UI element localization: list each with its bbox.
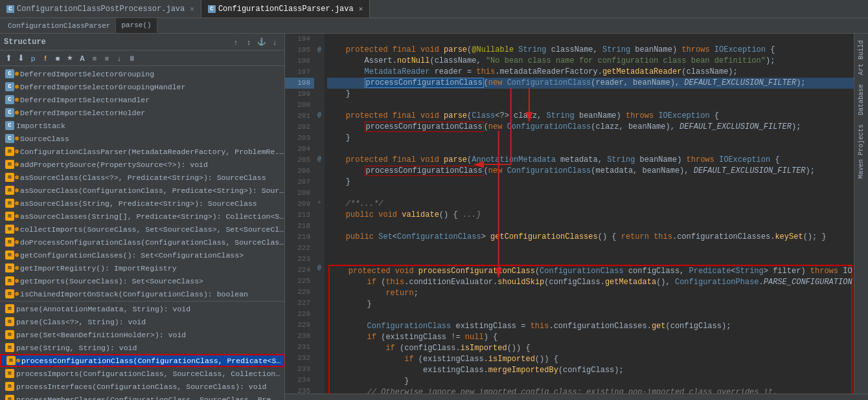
line-num: 199 — [285, 89, 314, 100]
toolbar-sort-btn[interactable]: ↑ — [230, 36, 242, 48]
line-num: 198 — [285, 78, 314, 89]
tab-post-processor[interactable]: C ConfigurationClassPostProcessor.java ✕ — [0, 0, 201, 17]
tb-up[interactable]: ⬆ — [3, 52, 14, 64]
tab-close-parser[interactable]: ✕ — [359, 5, 363, 13]
tb-lines2[interactable]: ≡ — [101, 52, 113, 64]
code-line-226: return; — [330, 288, 851, 299]
right-tab-database[interactable]: Database — [856, 80, 866, 119]
line-num: 207 — [285, 177, 314, 188]
gutter-cell — [314, 284, 325, 295]
tb-lines1[interactable]: ≡ — [89, 52, 100, 64]
right-tab-maven[interactable]: Maven Projects — [856, 120, 866, 183]
icon-method: m — [5, 330, 14, 339]
line-num: 203 — [285, 133, 314, 144]
lock-icon — [15, 85, 19, 89]
icon-class: C — [5, 69, 14, 78]
tb-f[interactable]: f — [40, 52, 51, 64]
toolbar-sort2-btn[interactable]: ↕ — [243, 36, 255, 48]
code-line-199: } — [327, 89, 854, 100]
code-line-234: } — [330, 376, 851, 387]
list-item[interactable]: m addPropertySource(PropertySource<?>): … — [0, 158, 284, 171]
tb-down2[interactable]: ↓ — [113, 52, 125, 64]
icon-class: C — [5, 95, 14, 104]
list-item[interactable]: m asSourceClass(String, Predicate<String… — [0, 197, 284, 210]
lock-icon — [15, 214, 19, 218]
line-num: 195 — [285, 45, 314, 56]
list-item[interactable]: m isChainedImportOnStack(ConfigurationCl… — [0, 287, 284, 300]
list-item[interactable]: m processImports(ConfigurationClass, Sou… — [0, 367, 284, 380]
code-line-231: if (configClass.isImported()) { — [330, 343, 851, 354]
list-item[interactable]: m getImports(SourceClass): Set<SourceCla… — [0, 274, 284, 287]
code-line-203: } — [327, 133, 854, 144]
list-item[interactable]: C DeferredImportSelectorGroupingHandler — [0, 80, 284, 93]
line-num: 235 — [285, 386, 314, 394]
list-item[interactable]: m doProcessConfigurationClass(Configurat… — [0, 236, 284, 249]
code-line-194 — [327, 34, 854, 45]
line-num: 219 — [285, 232, 314, 243]
lock-icon — [15, 266, 19, 270]
gutter-cell — [314, 77, 325, 88]
tabs-bar: C ConfigurationClassPostProcessor.java ✕… — [0, 0, 868, 18]
gutter-cell — [314, 132, 325, 143]
tb-down[interactable]: ⬇ — [15, 52, 27, 64]
list-item[interactable]: m processInterfaces(ConfigurationClass, … — [0, 380, 284, 393]
lock-icon — [15, 175, 19, 179]
list-item[interactable]: m getImportRegistry(): ImportRegistry — [0, 261, 284, 274]
icon-method: m — [5, 199, 14, 208]
tab-icon-parser: C — [208, 5, 216, 13]
tb-a[interactable]: A — [76, 52, 88, 64]
list-item[interactable]: m ConfigurationClassParser(MetadataReade… — [0, 145, 284, 158]
list-item[interactable]: C DeferredImportSelectorHolder — [0, 106, 284, 119]
line-num: 230 — [285, 331, 314, 342]
list-item[interactable]: C DeferredImportSelectorHandler — [0, 93, 284, 106]
line-num: 218 — [285, 221, 314, 232]
outlined-block: protected void processConfigurationClass… — [328, 265, 852, 394]
list-item[interactable]: C DeferredImportSelectorGrouping — [0, 67, 284, 80]
right-panel-tabs: Art Build Database Maven Projects — [854, 34, 868, 394]
list-item[interactable]: m asSourceClass(ConfigurationClass, Pred… — [0, 184, 284, 197]
list-item[interactable]: m parse(AnnotationMetadata, String): voi… — [0, 302, 284, 315]
list-item[interactable]: m getConfigurationClasses(): Set<Configu… — [0, 249, 284, 261]
tb-pause[interactable]: ⏸ — [126, 52, 137, 64]
gutter-cell — [314, 295, 325, 306]
gutter-cell-at: @ — [314, 45, 325, 56]
tab-close-post-processor[interactable]: ✕ — [190, 5, 194, 13]
structure-header: Structure ↑ ↕ ⚓ ↓ — [0, 34, 284, 50]
code-line-230: if (existingClass != null) { — [330, 332, 851, 343]
tb-p[interactable]: p — [27, 52, 39, 64]
list-item[interactable]: C SourceClass — [0, 132, 284, 145]
code-editor[interactable]: protected final void parse(@Nullable Str… — [325, 34, 854, 394]
list-item[interactable]: m asSourceClasses(String[], Predicate<St… — [0, 210, 284, 223]
gutter-cell — [314, 219, 325, 230]
list-item[interactable]: C ImportStack — [0, 119, 284, 132]
icon-method: m — [5, 173, 14, 182]
code-line-206: processConfigurationClass(new Configurat… — [327, 166, 854, 177]
toolbar-anchor-btn[interactable]: ⚓ — [256, 36, 268, 48]
list-item[interactable]: m parse(Set<BeanDefinitionHolder>): void — [0, 328, 284, 341]
list-item[interactable]: m parse(Class<?>, String): void — [0, 315, 284, 328]
gutter-cell — [314, 186, 325, 197]
right-tab-art-build[interactable]: Art Build — [856, 36, 866, 79]
icon-method: m — [5, 225, 14, 234]
code-line-232: if (existingClass.isImported()) { — [330, 354, 851, 365]
line-num: 206 — [285, 166, 314, 177]
toolbar-expand-btn[interactable]: ↓ — [269, 36, 280, 48]
tb-star[interactable]: ★ — [64, 52, 76, 64]
icon-class: C — [5, 121, 14, 130]
horizontal-scrollbar[interactable] — [285, 394, 868, 400]
method-tab-class-label: ConfigurationClassParser — [8, 22, 110, 30]
method-tab-parse[interactable]: parse() — [116, 18, 157, 33]
lock-icon — [15, 253, 19, 257]
list-item[interactable]: m collectImports(SourceClass, Set<Source… — [0, 223, 284, 236]
list-item[interactable]: m asSourceClass(Class<?>, Predicate<Stri… — [0, 171, 284, 184]
code-line-200 — [327, 100, 854, 111]
list-item-process-config[interactable]: m processConfigurationClass(Configuratio… — [0, 354, 284, 367]
icon-class: C — [5, 82, 14, 91]
tab-parser[interactable]: C ConfigurationClassParser.java ✕ — [201, 0, 370, 17]
method-tab-class[interactable]: ConfigurationClassParser — [3, 18, 116, 33]
line-numbers: 194 195 196 197 198 199 200 201 202 203 … — [285, 34, 314, 394]
tb-square[interactable]: ■ — [52, 52, 63, 64]
lock-icon — [16, 359, 20, 362]
list-item[interactable]: m parse(String, String): void — [0, 341, 284, 354]
list-item[interactable]: m processMemberClasses(ConfigurationClas… — [0, 393, 284, 400]
